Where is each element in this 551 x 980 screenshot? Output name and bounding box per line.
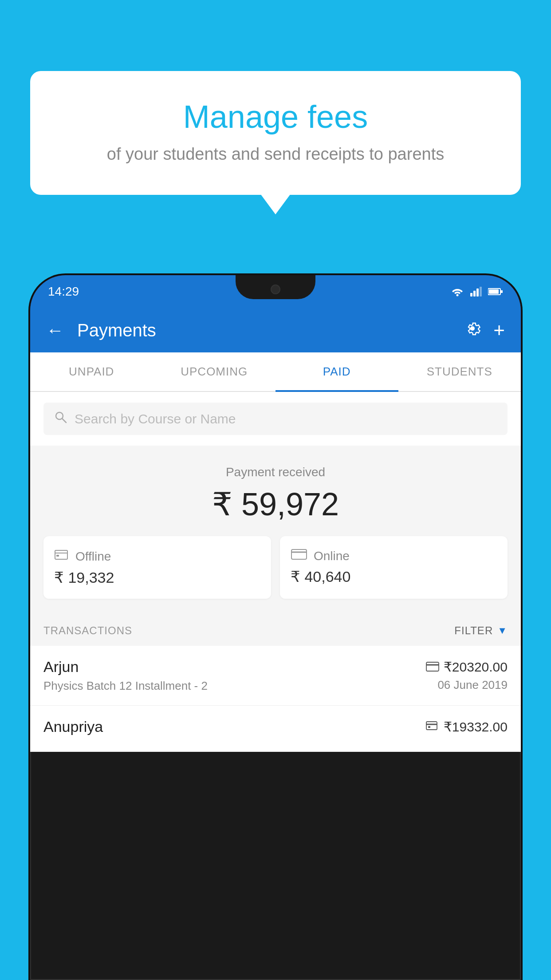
transaction-amount-block: ₹19332.00: [426, 719, 508, 738]
offline-card-header: Offline: [54, 549, 111, 564]
svg-rect-3: [476, 288, 479, 296]
online-label: Online: [314, 549, 350, 563]
transaction-date: 06 June 2019: [426, 678, 508, 692]
wifi-icon: [451, 287, 464, 296]
transaction-detail: Physics Batch 12 Installment - 2: [43, 679, 426, 693]
online-amount: ₹ 40,640: [291, 568, 350, 585]
tabs-bar: UNPAID UPCOMING PAID STUDENTS: [30, 352, 521, 392]
payment-summary: Payment received ₹ 59,972 Offline ₹ 19,3…: [30, 446, 521, 612]
offline-amount: ₹ 19,332: [54, 569, 114, 586]
offline-card: Offline ₹ 19,332: [43, 536, 271, 599]
status-bar: 14:29: [30, 275, 521, 308]
payment-cards: Offline ₹ 19,332 Online ₹ 40,640: [43, 536, 508, 599]
tab-unpaid[interactable]: UNPAID: [30, 352, 153, 391]
svg-rect-13: [291, 549, 307, 559]
page-title: Payments: [77, 320, 455, 340]
tab-students[interactable]: STUDENTS: [398, 352, 521, 391]
search-placeholder: Search by Course or Name: [75, 411, 236, 427]
battery-icon: [488, 288, 503, 296]
app-header: ← Payments +: [30, 308, 521, 352]
transaction-amount-block: ₹20320.00 06 June 2019: [426, 659, 508, 692]
svg-rect-12: [56, 555, 59, 557]
offline-icon: [54, 549, 69, 564]
payment-type-icon: [426, 719, 439, 735]
bubble-title: Manage fees: [66, 98, 485, 136]
transaction-info: Arjun Physics Batch 12 Installment - 2: [43, 658, 426, 693]
camera: [271, 285, 280, 294]
svg-rect-17: [426, 722, 437, 730]
notch: [236, 275, 315, 299]
add-button[interactable]: +: [493, 319, 505, 341]
svg-rect-7: [489, 289, 499, 294]
table-row[interactable]: Arjun Physics Batch 12 Installment - 2 ₹…: [30, 646, 521, 706]
transactions-header: TRANSACTIONS FILTER ▼: [30, 612, 521, 646]
phone-frame: 14:29: [30, 275, 521, 980]
payment-type-icon: [426, 660, 439, 675]
transactions-label: TRANSACTIONS: [43, 624, 132, 637]
filter-icon: ▼: [497, 625, 508, 636]
svg-rect-15: [426, 662, 439, 671]
transaction-amount: ₹20320.00: [426, 659, 508, 675]
transaction-info: Anupriya: [43, 718, 426, 739]
table-row[interactable]: Anupriya ₹19332.00: [30, 706, 521, 752]
tab-upcoming[interactable]: UPCOMING: [153, 352, 276, 391]
svg-rect-19: [428, 726, 430, 728]
svg-rect-2: [473, 291, 476, 296]
online-icon: [291, 549, 307, 563]
search-bar-container: Search by Course or Name: [30, 392, 521, 446]
payment-total-amount: ₹ 59,972: [43, 486, 508, 523]
transaction-name: Anupriya: [43, 718, 426, 735]
transaction-amount: ₹19332.00: [426, 719, 508, 735]
status-icons: [451, 287, 503, 296]
svg-rect-6: [501, 290, 503, 293]
search-icon: [54, 411, 67, 427]
back-button[interactable]: ←: [46, 320, 64, 340]
svg-rect-1: [470, 293, 472, 296]
filter-button[interactable]: FILTER ▼: [454, 624, 508, 637]
svg-point-0: [457, 294, 459, 296]
bubble-subtitle: of your students and send receipts to pa…: [66, 145, 485, 164]
online-card: Online ₹ 40,640: [280, 536, 508, 599]
header-icons: +: [464, 319, 505, 341]
status-time: 14:29: [48, 285, 79, 299]
filter-label: FILTER: [454, 624, 493, 637]
settings-icon[interactable]: [464, 320, 481, 341]
payment-received-label: Payment received: [43, 465, 508, 479]
svg-line-9: [62, 419, 66, 423]
search-input[interactable]: Search by Course or Name: [43, 403, 508, 435]
signal-icon: [470, 287, 482, 296]
transaction-name: Arjun: [43, 658, 426, 676]
speech-bubble: Manage fees of your students and send re…: [30, 71, 521, 195]
offline-label: Offline: [75, 549, 111, 564]
online-card-header: Online: [291, 549, 350, 563]
svg-rect-4: [480, 287, 482, 296]
tab-paid[interactable]: PAID: [276, 352, 398, 391]
